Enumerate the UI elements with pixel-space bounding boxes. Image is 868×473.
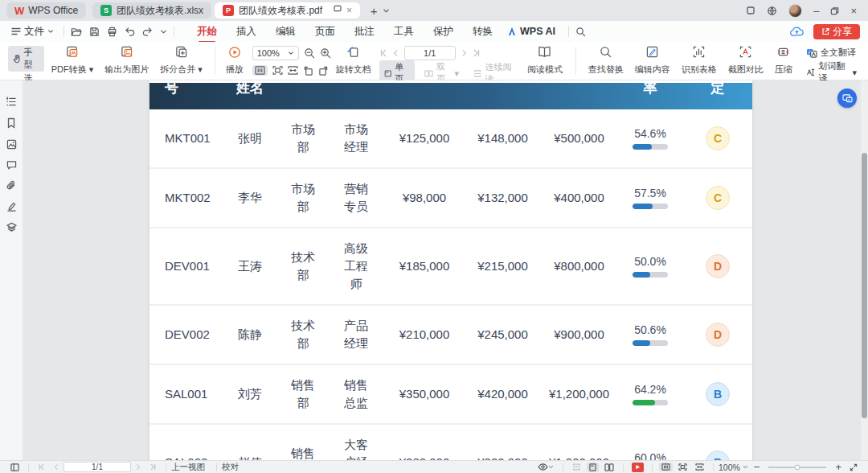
- full-text-translate-button[interactable]: A 全文翻译: [801, 46, 862, 60]
- sb-first-page-icon[interactable]: [35, 463, 47, 471]
- close-window-button[interactable]: ×: [850, 6, 857, 16]
- menu-item[interactable]: 工具: [386, 23, 422, 41]
- sb-fit-page-icon[interactable]: [676, 463, 690, 471]
- hand-tool-button[interactable]: 手型: [8, 46, 44, 72]
- menu-item[interactable]: 转换: [465, 23, 501, 41]
- window-mode-icon[interactable]: [746, 6, 755, 15]
- menu-item[interactable]: 插入: [228, 23, 264, 41]
- comment-icon[interactable]: [6, 160, 17, 170]
- minimize-button[interactable]: –: [813, 6, 819, 16]
- wps-home-button[interactable]: W WPS Office: [6, 2, 86, 19]
- sheet-file-icon: S: [100, 5, 112, 16]
- menu-item[interactable]: 开始: [189, 23, 225, 41]
- menu-item[interactable]: 页面: [307, 23, 343, 41]
- bookmark-icon[interactable]: [6, 117, 16, 129]
- floating-convert-button[interactable]: [837, 88, 857, 108]
- user-avatar[interactable]: [788, 4, 802, 18]
- restore-button[interactable]: [830, 6, 839, 15]
- table-header: 号姓名率定: [149, 83, 752, 109]
- undo-icon[interactable]: [125, 27, 135, 36]
- completion-rate-bar: [633, 144, 668, 150]
- last-page-icon[interactable]: [473, 49, 481, 57]
- sb-page-number-input[interactable]: 1/1: [63, 462, 131, 472]
- ribbon-toolbar: 手型 选择 PDF转换 ▾ 输出为图片 拆分合并 ▾ 播放 100%: [0, 42, 868, 80]
- actual-size-icon[interactable]: [252, 65, 268, 76]
- redo-icon[interactable]: [142, 27, 153, 36]
- tab-float-icon[interactable]: [334, 5, 342, 16]
- completion-rate-value: 60.0%: [634, 452, 666, 461]
- sb-next-page-icon[interactable]: [133, 463, 144, 471]
- sb-previous-page-icon[interactable]: [51, 463, 62, 471]
- recognize-table-button[interactable]: 识别表格: [676, 45, 723, 76]
- sb-last-page-icon[interactable]: [147, 463, 159, 471]
- play-button[interactable]: 播放: [222, 45, 248, 76]
- fit-page-icon[interactable]: [272, 66, 283, 75]
- cell-department: 技术部: [278, 317, 328, 352]
- sb-continuous-icon[interactable]: [570, 463, 583, 471]
- document-tab[interactable]: P团队绩效考核表.pdf×: [215, 2, 360, 19]
- menu-item[interactable]: 保护: [425, 23, 461, 41]
- compress-button[interactable]: 压缩: [769, 45, 798, 76]
- screenshot-compare-button[interactable]: 截图对比: [723, 45, 769, 76]
- tab-list-dropdown[interactable]: [383, 7, 390, 14]
- menu-search-icon[interactable]: [575, 27, 586, 37]
- save-icon[interactable]: [89, 27, 100, 37]
- fit-width-icon[interactable]: [288, 66, 298, 75]
- share-button[interactable]: 分享: [813, 24, 860, 39]
- presentation-play-button[interactable]: [632, 463, 644, 472]
- header-cell: [465, 83, 541, 105]
- zoom-out-icon[interactable]: [304, 47, 315, 59]
- sb-zoom-dropdown[interactable]: 100%: [719, 463, 748, 472]
- sb-single-page-icon[interactable]: [587, 463, 599, 472]
- proofread-button[interactable]: 校对: [222, 462, 239, 473]
- cell-completion-rate: 60.0%: [617, 452, 683, 461]
- zoom-slider-handle[interactable]: [795, 464, 800, 470]
- zoom-level-dropdown[interactable]: 100%: [252, 46, 299, 60]
- menu-item[interactable]: 批注: [346, 23, 383, 41]
- layers-icon[interactable]: [6, 222, 17, 232]
- export-as-image-button[interactable]: 输出为图片: [99, 45, 154, 76]
- read-mode-button[interactable]: 阅读模式: [521, 45, 569, 76]
- zoom-in-icon[interactable]: [320, 47, 331, 59]
- fullscreen-icon[interactable]: [847, 463, 860, 472]
- panel-toggle-icon[interactable]: [8, 463, 22, 472]
- open-file-icon[interactable]: [71, 27, 82, 37]
- page-number-input[interactable]: 1/1: [404, 46, 456, 60]
- completion-rate-value: 54.6%: [634, 128, 666, 139]
- rotate-right-icon[interactable]: [318, 66, 329, 76]
- view-options-icon[interactable]: [535, 463, 556, 471]
- outline-icon[interactable]: [6, 97, 17, 107]
- file-menu-button[interactable]: 文件: [8, 25, 57, 39]
- sb-zoom-out-button[interactable]: −: [751, 460, 763, 473]
- sb-actual-size-icon[interactable]: [659, 463, 673, 471]
- scrollbar-thumb[interactable]: [862, 153, 867, 418]
- split-merge-button[interactable]: 拆分合并 ▾: [154, 45, 208, 76]
- globe-icon[interactable]: [767, 6, 777, 16]
- find-replace-button[interactable]: 查找替换: [583, 45, 629, 76]
- rotate-left-icon[interactable]: [303, 66, 313, 76]
- document-tab[interactable]: S团队绩效考核表.xlsx: [92, 2, 211, 19]
- menu-item-wps-ai[interactable]: WPS AI: [501, 23, 562, 39]
- sb-double-page-icon[interactable]: [602, 463, 616, 472]
- previous-view-button[interactable]: 上一视图: [171, 462, 205, 473]
- attachment-icon[interactable]: [6, 180, 16, 191]
- cloud-sync-icon[interactable]: [790, 27, 804, 37]
- first-page-icon[interactable]: [379, 49, 387, 57]
- print-icon[interactable]: [107, 27, 117, 37]
- history-dropdown-icon[interactable]: [160, 28, 167, 35]
- image-icon[interactable]: [6, 139, 17, 150]
- signature-icon[interactable]: [6, 201, 17, 212]
- vertical-scrollbar[interactable]: [861, 80, 868, 460]
- zoom-slider[interactable]: [768, 467, 826, 468]
- sb-zoom-in-button[interactable]: +: [833, 460, 844, 473]
- new-tab-button[interactable]: +: [366, 4, 381, 18]
- next-page-icon[interactable]: [461, 49, 468, 57]
- sb-fit-width-icon[interactable]: [693, 463, 706, 471]
- menu-item[interactable]: 编辑: [268, 23, 304, 41]
- pdf-convert-button[interactable]: PDF转换 ▾: [46, 45, 100, 76]
- edit-content-button[interactable]: 编辑内容: [629, 45, 676, 76]
- rotate-document-button[interactable]: 旋转文档: [331, 45, 376, 76]
- document-viewport[interactable]: 号姓名率定 MKT001张明市场部市场经理¥125,000¥148,000¥50…: [23, 80, 868, 460]
- previous-page-icon[interactable]: [392, 49, 399, 57]
- tab-close-icon[interactable]: ×: [346, 5, 352, 16]
